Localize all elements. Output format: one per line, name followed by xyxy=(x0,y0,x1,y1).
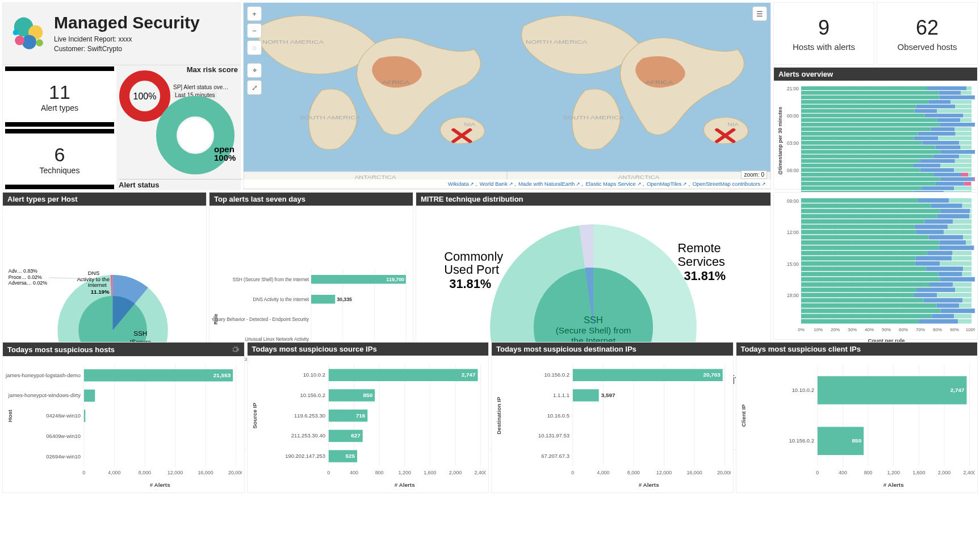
sus-source-chart[interactable]: 04008001,2001,6002,0002,40010.10.0.22,74… xyxy=(250,358,487,490)
zoom-out-button[interactable]: − xyxy=(247,23,262,38)
svg-text:DNS Activity to the Internet: DNS Activity to the Internet xyxy=(253,297,309,302)
svg-rect-37 xyxy=(961,91,971,95)
svg-point-9 xyxy=(178,118,212,152)
svg-rect-115 xyxy=(935,182,964,186)
fullscreen-button[interactable]: ⤢ xyxy=(247,80,262,95)
attrib-link[interactable]: OpenStreetMap contributors xyxy=(693,181,766,187)
svg-text:10.156.0.2: 10.156.0.2 xyxy=(544,371,569,378)
sus-hosts-chart[interactable]: 04,0008,00012,00016,00020,000james-honey… xyxy=(5,358,242,490)
svg-rect-219 xyxy=(969,214,971,219)
svg-rect-237 xyxy=(940,240,966,245)
svg-text:06409w-win10: 06409w-win10 xyxy=(46,433,81,439)
svg-rect-30 xyxy=(801,86,927,90)
svg-rect-119 xyxy=(922,186,954,190)
svg-rect-46 xyxy=(801,105,916,108)
svg-text:400: 400 xyxy=(350,470,358,475)
svg-point-5 xyxy=(13,30,19,35)
svg-text:190.202.147.253: 190.202.147.253 xyxy=(285,453,325,459)
svg-text:Rule: Rule xyxy=(213,314,219,324)
svg-point-2 xyxy=(22,35,36,49)
svg-rect-299 xyxy=(958,319,971,324)
alerts-overview-chart-lower[interactable]: 0%10%20%30%40%50%60%70%80%90%100%09:0012… xyxy=(776,195,975,345)
svg-rect-110 xyxy=(801,177,941,181)
svg-text:90%: 90% xyxy=(950,327,959,332)
svg-text:20,703: 20,703 xyxy=(703,371,721,378)
customer-line: Customer: SwiftCrypto xyxy=(54,44,200,54)
svg-rect-83 xyxy=(936,145,961,149)
svg-rect-51 xyxy=(915,109,937,113)
svg-text:10.156.0.2: 10.156.0.2 xyxy=(300,392,325,398)
svg-rect-255 xyxy=(940,261,971,266)
svg-text:20,000: 20,000 xyxy=(717,470,731,475)
svg-text:850: 850 xyxy=(363,392,372,398)
svg-text:8,000: 8,000 xyxy=(139,470,151,475)
svg-rect-216 xyxy=(801,214,937,219)
svg-rect-105 xyxy=(954,168,971,172)
svg-rect-205 xyxy=(918,198,949,203)
svg-rect-95 xyxy=(920,159,955,163)
svg-rect-54 xyxy=(801,114,925,118)
svg-text:SSH: SSH xyxy=(133,329,147,337)
panel-title: Top alerts last seven days xyxy=(214,195,305,203)
svg-text:Adversary Behavior - Detected : Adversary Behavior - Detected - Endpoint… xyxy=(212,317,309,322)
svg-rect-293 xyxy=(932,314,954,319)
svg-rect-217 xyxy=(937,214,970,219)
page-title: Managed Security xyxy=(54,14,200,31)
zoom-reset-button[interactable]: ○ xyxy=(247,40,262,55)
svg-text:4,000: 4,000 xyxy=(108,470,120,475)
svg-text:21,553: 21,553 xyxy=(213,372,231,378)
svg-rect-55 xyxy=(925,114,964,118)
svg-text:2,747: 2,747 xyxy=(461,371,475,378)
svg-text:1,200: 1,200 xyxy=(887,470,899,475)
svg-text:2,400: 2,400 xyxy=(474,470,486,475)
world-map[interactable]: + − ○ ⌖ ⤢ ☰ xyxy=(243,2,771,190)
svg-text:16,000: 16,000 xyxy=(686,470,702,475)
attrib-link[interactable]: Made with NaturalEarth xyxy=(518,181,580,187)
svg-rect-292 xyxy=(801,314,932,319)
svg-rect-241 xyxy=(939,245,974,250)
attrib-link[interactable]: Elastic Maps Service xyxy=(585,181,641,187)
svg-text:# Alerts: # Alerts xyxy=(883,482,903,488)
svg-text:60%: 60% xyxy=(899,327,908,332)
svg-rect-208 xyxy=(801,203,931,208)
panel-title: Alert types per Host xyxy=(7,195,78,203)
sus-client-chart[interactable]: 04008001,2001,6002,0002,40010.10.0.22,74… xyxy=(739,358,975,490)
svg-text:70%: 70% xyxy=(916,327,925,332)
attrib-link[interactable]: World Bank xyxy=(480,181,513,187)
svg-rect-58 xyxy=(801,118,937,122)
svg-text:800: 800 xyxy=(375,470,383,475)
svg-rect-287 xyxy=(959,303,971,308)
incident-line: Live Incident Report: xxxx xyxy=(54,35,200,44)
svg-rect-87 xyxy=(941,150,975,154)
gear-icon[interactable] xyxy=(231,345,240,354)
svg-rect-240 xyxy=(801,245,939,250)
svg-rect-47 xyxy=(916,105,955,108)
svg-rect-90 xyxy=(801,155,933,158)
svg-text:03:00: 03:00 xyxy=(787,140,799,146)
svg-text:(Secure Shell) from: (Secure Shell) from xyxy=(556,325,631,335)
max-risk-caption: SP] Alert status ove… xyxy=(173,84,228,91)
svg-text:Adversa… 0.02%: Adversa… 0.02% xyxy=(9,280,47,286)
svg-rect-257 xyxy=(926,266,963,271)
attrib-link[interactable]: Wikidata xyxy=(448,181,474,187)
svg-text:10%: 10% xyxy=(814,327,823,332)
locate-button[interactable]: ⌖ xyxy=(247,63,262,78)
zoom-in-button[interactable]: + xyxy=(247,6,262,21)
svg-rect-273 xyxy=(917,287,955,292)
sus-dest-chart[interactable]: 04,0008,00012,00016,00020,00010.156.0.22… xyxy=(494,358,731,490)
attrib-link[interactable]: OpenMapTiles xyxy=(647,181,687,187)
svg-rect-74 xyxy=(801,136,914,140)
svg-rect-62 xyxy=(801,123,940,127)
svg-rect-103 xyxy=(920,168,954,172)
svg-text:16,000: 16,000 xyxy=(198,470,213,475)
svg-rect-244 xyxy=(801,251,927,256)
svg-text:525: 525 xyxy=(345,453,355,459)
max-risk-label: Max risk score xyxy=(187,65,238,74)
svg-rect-109 xyxy=(968,173,971,177)
svg-rect-281 xyxy=(924,298,962,303)
layers-button[interactable]: ☰ xyxy=(752,6,767,21)
svg-rect-111 xyxy=(941,177,974,181)
svg-text:james-honeypot-logstash-demo: james-honeypot-logstash-demo xyxy=(5,372,81,378)
svg-rect-228 xyxy=(801,230,916,235)
svg-text:2,000: 2,000 xyxy=(449,470,461,475)
